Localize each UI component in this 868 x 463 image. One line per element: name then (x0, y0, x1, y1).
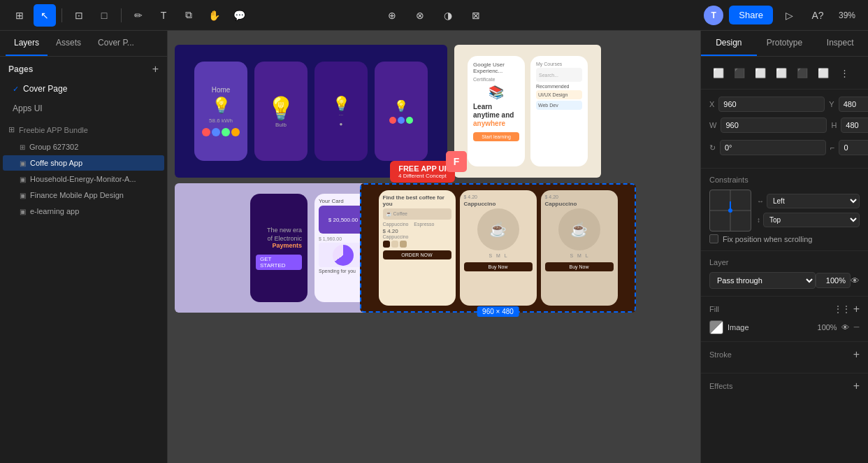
rotation-input[interactable] (720, 140, 826, 155)
h-input[interactable] (841, 117, 868, 133)
layer-label-1: Coffe shop App (30, 159, 82, 167)
rotation-row: ↻ ⌐ ⊞ (709, 138, 860, 157)
fix-position-checkbox[interactable] (709, 234, 718, 243)
tab-cover-page[interactable]: Cover P... (89, 31, 143, 56)
page-item-apps[interactable]: Apps UI (4, 99, 163, 117)
avatar[interactable]: T (704, 6, 723, 25)
layer-icon-frame: ▣ (20, 159, 26, 167)
layer-household[interactable]: ▣ Household-Energy-Monitor-A... (3, 171, 164, 187)
visibility-toggle[interactable]: 👁 (851, 276, 860, 286)
comment-tool-btn[interactable]: 💬 (228, 4, 250, 27)
align-bottom-btn[interactable]: ⬜ (814, 64, 832, 82)
elearn-phone-2: My Courses Search... Recommended UI/UX D… (530, 56, 588, 166)
x-label: X (709, 100, 714, 108)
corner-input[interactable] (839, 140, 868, 155)
vertical-constraint-select[interactable]: Top Bottom Center Scale Top & Bottom (763, 213, 860, 227)
contrast-icon[interactable]: ◑ (437, 4, 459, 27)
corner-label: ⌐ (830, 143, 834, 152)
pen-tool-btn[interactable]: ✏ (127, 4, 150, 27)
pages-label: Pages (8, 64, 33, 74)
frame-tool-btn[interactable]: ⊡ (68, 4, 90, 27)
layer-label-4: e-learning app (30, 207, 79, 215)
align-top-btn[interactable]: ⬜ (772, 64, 790, 82)
w-input[interactable] (721, 117, 827, 133)
layer-finance[interactable]: ▣ Finance Mobile App Design (3, 187, 164, 203)
add-fill-btn[interactable]: + (853, 304, 860, 315)
opacity-input[interactable] (816, 273, 851, 288)
horizontal-constraint-select[interactable]: Left Right Center Scale Left & Right (767, 194, 860, 208)
constraints-section: Constraints ↔ Left Right Center (701, 169, 868, 251)
shape-tool-btn[interactable]: □ (93, 4, 115, 27)
coffee-frame-selected[interactable]: Find the best coffee for you ☕ Coffee Ca… (360, 183, 636, 313)
vertical-icon: ↕ (757, 216, 760, 224)
panel-tab-inspect[interactable]: Inspect (812, 31, 868, 56)
text-tool-btn[interactable]: T (152, 4, 175, 27)
crop-icon[interactable]: ⊠ (465, 4, 487, 27)
page-item-cover[interactable]: ✓ Cover Page (4, 80, 163, 98)
fill-visibility-btn[interactable]: 👁 (841, 323, 849, 332)
blend-mode-select[interactable]: Pass through Normal Darken Multiply Scre… (709, 272, 816, 289)
layer-group-627302[interactable]: ⊞ Group 627302 (3, 139, 164, 155)
layer-icon-group: ⊞ (20, 143, 25, 151)
rotation-label: ↻ (709, 143, 716, 152)
distribute-btn[interactable]: ⋮ (835, 64, 853, 82)
tab-layers[interactable]: Layers (6, 31, 48, 56)
toolbar-right: T Share ▷ A? 39% (704, 4, 860, 27)
toolbar-sep-1 (62, 8, 62, 22)
constraints-title: Constraints (709, 176, 860, 184)
effects-title: Effects (709, 382, 732, 390)
constraints-box: ↔ Left Right Center Scale Left & Right ↕… (709, 190, 860, 232)
panel-tab-prototype[interactable]: Prototype (757, 31, 813, 56)
panel-tab-bar: Design Prototype Inspect (701, 31, 868, 57)
fill-opacity-value: 100% (818, 323, 837, 332)
toolbar-sep-2 (121, 8, 122, 22)
align-center-h-btn[interactable]: ⬛ (730, 64, 748, 82)
fix-position-label: Fix position when scrolling (723, 235, 812, 243)
sidebar-tab-bar: Layers Assets Cover P... (0, 31, 167, 57)
zoom-control[interactable]: 39% (834, 8, 860, 23)
tab-assets[interactable]: Assets (48, 31, 89, 56)
add-stroke-btn[interactable]: + (853, 349, 860, 360)
aa-button[interactable]: A? (806, 4, 829, 27)
layer-coffe-shop[interactable]: ▣ Coffe shop App (3, 155, 164, 171)
canvas-area[interactable]: Freebie APP Bundle Home 💡 58.6 kWh 💡 (168, 31, 700, 463)
align-right-btn[interactable]: ⬜ (751, 64, 769, 82)
panel-tab-design[interactable]: Design (701, 31, 757, 56)
free-badge-title: FREE APP UI (398, 164, 447, 173)
y-input[interactable] (839, 97, 868, 112)
fill-type-label: Image (728, 323, 813, 332)
component-tool-btn[interactable]: ⧉ (178, 4, 200, 27)
remove-fill-btn[interactable]: − (853, 322, 860, 333)
align-left-btn[interactable]: ⬜ (709, 64, 728, 82)
layer-group-label: Freebie APP Bundle (19, 126, 88, 134)
layer-section-title: Layer (709, 258, 860, 266)
main-menu-btn[interactable]: ⊞ (8, 4, 31, 27)
fix-position-row: Fix position when scrolling (709, 234, 860, 243)
fill-swatch[interactable] (709, 320, 723, 334)
layer-group-header[interactable]: ⊞ Freebie APP Bundle (0, 121, 167, 138)
hand-tool-btn[interactable]: ✋ (203, 4, 225, 27)
toolbar: ⊞ ↖ ⊡ □ ✏ T ⧉ ✋ 💬 ⊕ ⊗ ◑ ⊠ T Share ▷ A? 3… (0, 0, 868, 31)
plugin-icon[interactable]: ⊗ (409, 4, 431, 27)
layer-icon-frame2: ▣ (20, 176, 26, 183)
h-label: H (831, 121, 837, 129)
layers-section: ⊞ Freebie APP Bundle ⊞ Group 627302 ▣ Co… (0, 118, 167, 463)
main-area: Layers Assets Cover P... Pages + ✓ Cover… (0, 31, 868, 463)
check-icon: ✓ (13, 85, 19, 94)
add-page-button[interactable]: + (152, 64, 159, 75)
layer-icon-frame3: ▣ (20, 192, 26, 199)
x-input[interactable] (718, 97, 825, 112)
move-tool-btn[interactable]: ↖ (34, 4, 56, 27)
x-row: X Y (709, 97, 860, 112)
coffee-phone-3: $ 4.20 Cappuccino ☕ S M L Buy Now (541, 190, 618, 306)
layer-label-0: Group 627302 (29, 143, 78, 151)
component-icon[interactable]: ⊕ (381, 4, 403, 27)
fill-style-btn[interactable]: ⋮⋮ (834, 304, 851, 315)
wh-row: W H ⛓ (709, 116, 860, 134)
play-button[interactable]: ▷ (779, 4, 801, 27)
share-button[interactable]: Share (729, 6, 773, 24)
constraint-indicator (730, 201, 731, 211)
layer-elearning[interactable]: ▣ e-learning app (3, 204, 164, 219)
align-center-v-btn[interactable]: ⬛ (793, 64, 811, 82)
add-effect-btn[interactable]: + (853, 380, 860, 392)
